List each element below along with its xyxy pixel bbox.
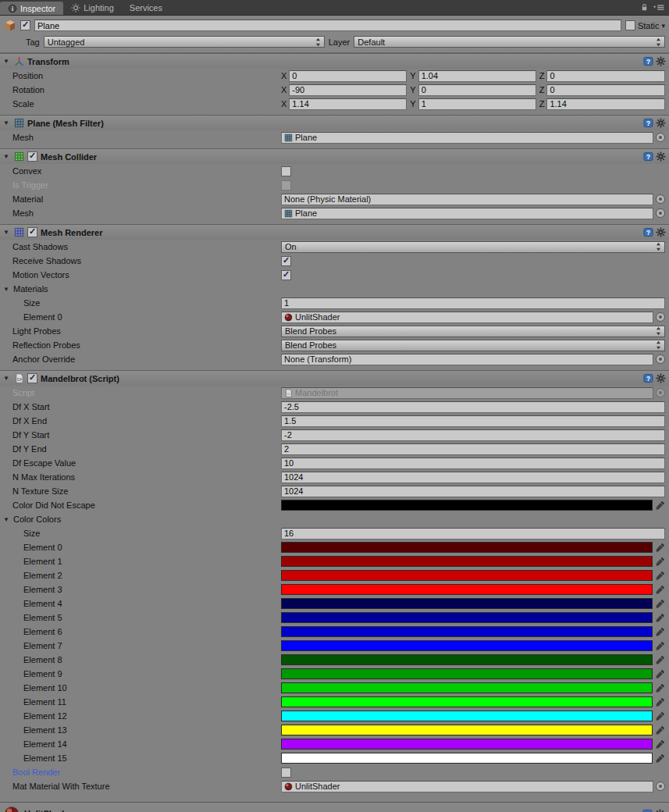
eyedropper-icon[interactable] <box>656 753 665 763</box>
receive-shadows-checkbox[interactable]: ✓ <box>281 256 291 266</box>
object-picker-icon[interactable] <box>656 312 665 322</box>
object-picker-icon[interactable] <box>656 208 665 218</box>
element-8-color-swatch[interactable] <box>281 654 653 665</box>
tag-dropdown[interactable]: Untagged <box>44 36 325 48</box>
foldout-icon[interactable]: ▼ <box>3 286 11 293</box>
element-14-color-swatch[interactable] <box>281 739 653 750</box>
tab-lighting[interactable]: Lighting <box>63 0 122 15</box>
element-12-color-swatch[interactable] <box>281 710 653 721</box>
materials-size-field[interactable] <box>281 297 665 309</box>
light-probes-dropdown[interactable]: Blend Probes <box>281 326 665 337</box>
eyedropper-icon[interactable] <box>656 571 665 580</box>
eyedropper-icon[interactable] <box>656 697 665 707</box>
cast-shadows-dropdown[interactable]: On <box>281 241 665 253</box>
element-0-color-swatch[interactable] <box>281 542 653 553</box>
convex-checkbox[interactable]: ✓ <box>281 166 291 176</box>
position-x-field[interactable] <box>289 70 407 82</box>
anchor-override-field[interactable]: None (Transform) <box>281 354 653 365</box>
n-max-iterations-field[interactable] <box>281 472 665 483</box>
static-dropdown-icon[interactable]: ▾ <box>661 22 665 30</box>
static-checkbox[interactable]: ✓ <box>625 20 635 30</box>
color-colors-size-field[interactable] <box>281 528 665 540</box>
scale-z-field[interactable] <box>546 98 665 110</box>
eyedropper-icon[interactable] <box>656 655 665 664</box>
element-5-color-swatch[interactable] <box>281 612 653 623</box>
mesh-renderer-enabled-checkbox[interactable]: ✓ <box>27 227 37 237</box>
object-picker-icon[interactable] <box>656 133 665 142</box>
gameobject-name-field[interactable] <box>34 20 621 31</box>
mandelbrot-header[interactable]: ▼ ✓ Mandelbrot (Script) <box>0 371 669 386</box>
gameobject-active-checkbox[interactable]: ✓ <box>20 20 30 30</box>
df-x-start-field[interactable] <box>281 401 665 413</box>
tab-services[interactable]: Services <box>122 0 170 15</box>
eyedropper-icon[interactable] <box>656 627 665 636</box>
foldout-icon[interactable]: ▼ <box>3 119 11 126</box>
color-colors-foldout[interactable]: ▼ Color Colors <box>0 515 281 524</box>
layer-dropdown[interactable]: Default <box>354 36 665 48</box>
df-escape-value-field[interactable] <box>281 458 665 469</box>
tab-inspector[interactable]: Inspector <box>0 2 63 15</box>
eyedropper-icon[interactable] <box>656 557 665 566</box>
help-icon[interactable] <box>643 227 653 237</box>
element-15-color-swatch[interactable] <box>281 753 653 764</box>
help-icon[interactable] <box>643 373 653 383</box>
collider-mesh-field[interactable]: Plane <box>281 208 653 219</box>
foldout-icon[interactable]: ▼ <box>3 153 11 160</box>
mesh-collider-enabled-checkbox[interactable]: ✓ <box>27 151 37 162</box>
foldout-icon[interactable]: ▼ <box>3 229 11 236</box>
element-13-color-swatch[interactable] <box>281 725 653 735</box>
position-y-field[interactable] <box>418 70 536 82</box>
eyedropper-icon[interactable] <box>656 683 665 693</box>
gear-icon[interactable] <box>656 56 666 66</box>
eyedropper-icon[interactable] <box>656 725 665 735</box>
eyedropper-icon[interactable] <box>656 711 665 721</box>
eyedropper-icon[interactable] <box>656 500 665 510</box>
element-2-color-swatch[interactable] <box>281 570 653 581</box>
help-icon[interactable] <box>643 118 653 128</box>
motion-vectors-checkbox[interactable]: ✓ <box>281 270 291 280</box>
eyedropper-icon[interactable] <box>656 739 665 749</box>
object-picker-icon[interactable] <box>656 194 665 204</box>
gear-icon[interactable] <box>656 151 666 162</box>
help-icon[interactable] <box>643 56 653 66</box>
n-texture-size-field[interactable] <box>281 486 665 497</box>
gear-icon[interactable] <box>656 373 666 383</box>
color-did-not-escape-swatch[interactable] <box>281 500 653 511</box>
eyedropper-icon[interactable] <box>656 599 665 608</box>
eyedropper-icon[interactable] <box>656 585 665 594</box>
transform-header[interactable]: ▼ Transform <box>0 54 669 69</box>
element-6-color-swatch[interactable] <box>281 626 653 637</box>
element-10-color-swatch[interactable] <box>281 682 653 693</box>
mesh-filter-header[interactable]: ▼ Plane (Mesh Filter) <box>0 116 669 130</box>
eyedropper-icon[interactable] <box>656 641 665 650</box>
df-y-end-field[interactable] <box>281 443 665 455</box>
mesh-renderer-header[interactable]: ▼ ✓ Mesh Renderer <box>0 225 669 240</box>
gear-icon[interactable] <box>656 118 666 128</box>
foldout-icon[interactable]: ▼ <box>3 375 11 382</box>
scale-y-field[interactable] <box>418 98 536 110</box>
help-icon[interactable] <box>642 809 653 812</box>
df-y-start-field[interactable] <box>281 429 665 441</box>
mesh-object-field[interactable]: Plane <box>281 132 653 144</box>
bool-render-checkbox[interactable]: ✓ <box>281 767 291 778</box>
element-9-color-swatch[interactable] <box>281 668 653 679</box>
element-4-color-swatch[interactable] <box>281 598 653 609</box>
position-z-field[interactable] <box>546 70 665 82</box>
rotation-y-field[interactable] <box>418 84 536 96</box>
materials-foldout[interactable]: ▼ Materials <box>0 284 281 294</box>
df-x-end-field[interactable] <box>281 415 665 427</box>
object-picker-icon[interactable] <box>656 354 665 364</box>
element-7-color-swatch[interactable] <box>281 640 653 651</box>
rotation-z-field[interactable] <box>546 84 665 96</box>
element-11-color-swatch[interactable] <box>281 696 653 707</box>
help-icon[interactable] <box>643 151 653 162</box>
tab-menu-icon[interactable] <box>653 3 664 12</box>
mandelbrot-enabled-checkbox[interactable]: ✓ <box>27 373 37 383</box>
foldout-icon[interactable]: ▼ <box>3 58 11 65</box>
mat-material-field[interactable]: UnlitShader <box>281 781 653 792</box>
foldout-icon[interactable]: ▼ <box>3 516 11 523</box>
element-3-color-swatch[interactable] <box>281 584 653 595</box>
eyedropper-icon[interactable] <box>656 669 665 678</box>
object-picker-icon[interactable] <box>656 782 665 791</box>
scale-x-field[interactable] <box>289 98 407 110</box>
